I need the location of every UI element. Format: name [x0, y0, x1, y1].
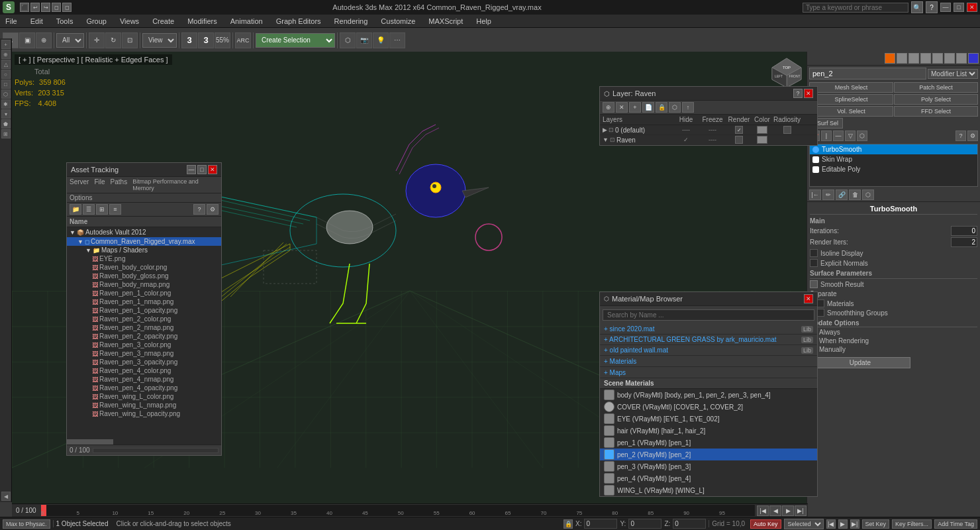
select-filter[interactable]: ⊕: [36, 32, 52, 48]
left-btn-6[interactable]: ⬡: [1, 89, 11, 99]
menu-graph-editors[interactable]: Graph Editors: [273, 17, 324, 25]
asset-file-raven-body-color-png[interactable]: 🖼Raven_body_color.png: [67, 263, 221, 272]
mod-nav-4[interactable]: ⬡: [857, 131, 867, 141]
layer-close-btn[interactable]: ✕: [804, 89, 813, 98]
camera-btn[interactable]: 📷: [356, 32, 372, 48]
swatch-6[interactable]: [944, 53, 955, 64]
menu-edit[interactable]: Edit: [28, 17, 46, 25]
left-btn-8[interactable]: ▾: [1, 109, 11, 119]
max-to-physac-btn[interactable]: Max to Physac.: [3, 519, 50, 529]
swatch-1[interactable]: [885, 53, 895, 64]
spline-select-btn[interactable]: SplineSelect: [809, 94, 893, 105]
title-btn-3[interactable]: ↪: [41, 3, 50, 12]
asset-maxfile-row[interactable]: ▼ ◻ Common_Raven_Rigged_vray.max: [67, 237, 221, 246]
asset-maps-row[interactable]: ▼ 📁 Maps / Shaders: [67, 246, 221, 254]
mat-row-eye[interactable]: EYE (VRayMtl) [EYE_1, EYE_002]: [600, 413, 817, 425]
titlebar-close[interactable]: ✕: [967, 3, 977, 12]
stack-icon-3[interactable]: 🔗: [836, 189, 848, 200]
asset-file-raven-pen-3-color-png[interactable]: 🖼Raven_pen_3_color.png: [67, 341, 221, 349]
help-icon[interactable]: ?: [926, 1, 938, 13]
selected-dropdown[interactable]: Selected: [784, 519, 824, 529]
asset-options-label[interactable]: Options: [70, 194, 92, 201]
prev-key-btn[interactable]: |◀: [826, 519, 836, 529]
mat-row-pen4[interactable]: pen_4 (VRayMtl) [pen_4]: [600, 472, 817, 484]
left-btn-7[interactable]: ✱: [1, 99, 11, 109]
layer-render-raven[interactable]: [735, 136, 743, 144]
asset-file-raven-pen-4-color-png[interactable]: 🖼Raven_pen_4_color.png: [67, 366, 221, 375]
asset-tab-bitmap[interactable]: Bitmap Performance and Memory: [132, 178, 219, 191]
mod-item-editpoly[interactable]: Editable Poly: [810, 164, 977, 174]
layer-tool-2[interactable]: ✕: [616, 102, 628, 113]
smooth-result-checkbox[interactable]: [810, 280, 818, 288]
asset-maximize-btn[interactable]: □: [197, 165, 207, 174]
stack-icon-2[interactable]: ✏: [822, 189, 834, 200]
swatch-5[interactable]: [932, 53, 943, 64]
asset-file-raven-pen-2-nmap-png[interactable]: 🖼Raven_pen_2_nmap.png: [67, 323, 221, 332]
left-btn-2[interactable]: ⊕: [1, 50, 11, 59]
asset-file-eye-png[interactable]: 🖼EYE.png: [67, 254, 221, 263]
layer-radiosity-default[interactable]: [783, 126, 791, 134]
asset-tool-3[interactable]: ⊞: [96, 204, 108, 215]
asset-tool-2[interactable]: ☰: [83, 204, 95, 215]
search-icon[interactable]: 🔍: [911, 1, 923, 13]
menu-file[interactable]: File: [3, 17, 20, 25]
asset-file-raven-pen-4-nmap-png[interactable]: 🖼Raven_pen_4_nmap.png: [67, 375, 221, 384]
layer-tool-6[interactable]: ⬡: [669, 102, 681, 113]
menu-help[interactable]: Help: [473, 17, 494, 25]
menu-group[interactable]: Group: [83, 17, 109, 25]
selection-dropdown[interactable]: Create Selection: [256, 33, 335, 48]
view-dropdown[interactable]: View: [142, 33, 177, 48]
asset-file-raven-pen-2-color-png[interactable]: 🖼Raven_pen_2_color.png: [67, 315, 221, 323]
menu-animation[interactable]: Animation: [228, 17, 266, 25]
title-btn-4[interactable]: ◻: [52, 3, 61, 12]
patch-select-btn[interactable]: Patch Select: [894, 82, 978, 93]
layer-tool-5[interactable]: 🔒: [656, 102, 667, 113]
left-btn-10[interactable]: ⊞: [1, 129, 11, 138]
asset-vault-row[interactable]: ▼ 📦 Autodesk Vault 2012: [67, 227, 221, 237]
mesh-select-btn[interactable]: Mesh Select: [809, 82, 893, 93]
mod-item-skinwrap[interactable]: Skin Wrap: [810, 154, 977, 164]
asset-tab-server[interactable]: Server: [70, 178, 89, 191]
stack-icon-5[interactable]: ⬡: [862, 189, 874, 200]
nav-cube[interactable]: TOP FRONT LEFT: [769, 56, 804, 90]
more-tools-btn[interactable]: ⋯: [389, 32, 405, 48]
mat-row-body[interactable]: body (VRayMtl) [body, pen_1, pen_2, pen_…: [600, 389, 817, 401]
percent-btn[interactable]: 55%: [215, 32, 230, 48]
swatch-4[interactable]: [920, 53, 931, 64]
menu-create[interactable]: Create: [150, 17, 177, 25]
asset-file-raven-wing-l-opacity-png[interactable]: 🖼Raven_wing_L_opacity.png: [67, 409, 221, 418]
timeline-ruler[interactable]: const marks = ["0","5","10","15","20","2…: [40, 504, 756, 517]
light-btn[interactable]: 💡: [373, 32, 389, 48]
mat-row-pen1[interactable]: pen_1 (VRayMtl) [pen_1]: [600, 437, 817, 449]
title-btn-1[interactable]: ⬛: [20, 3, 29, 12]
material-search-input[interactable]: [603, 309, 814, 321]
mat-section-maps[interactable]: + Maps: [600, 367, 817, 378]
menu-customize[interactable]: Customize: [378, 17, 418, 25]
asset-scrollbar[interactable]: [67, 439, 221, 445]
asset-file-raven-pen-1-opacity-png[interactable]: 🖼Raven_pen_1_opacity.png: [67, 306, 221, 315]
left-btn-3[interactable]: △: [1, 60, 11, 69]
render-iters-input[interactable]: [951, 237, 977, 247]
title-btn-5[interactable]: ◻: [62, 3, 72, 12]
asset-file-raven-pen-1-color-png[interactable]: 🖼Raven_pen_1_color.png: [67, 289, 221, 297]
asset-file-raven-pen-1-nmap-png[interactable]: 🖼Raven_pen_1_nmap.png: [67, 297, 221, 306]
titlebar-minimize[interactable]: —: [940, 3, 951, 12]
key-filters-btn[interactable]: Key Filters...: [892, 519, 932, 529]
asset-tool-settings[interactable]: ⚙: [207, 204, 219, 215]
asset-file-raven-pen-2-opacity-png[interactable]: 🖼Raven_pen_2_opacity.png: [67, 332, 221, 341]
num1-btn[interactable]: 3: [181, 32, 197, 48]
layer-render-default[interactable]: ✓: [735, 126, 743, 134]
layer-row-default[interactable]: ▶ ⊡ 0 (default) ---- ---- ✓: [600, 125, 817, 135]
asset-file-raven-wing-l-color-png[interactable]: 🖼Raven_wing_L_color.png: [67, 392, 221, 401]
explicit-checkbox[interactable]: [810, 259, 818, 267]
menu-tools[interactable]: Tools: [54, 17, 76, 25]
mod-nav-5[interactable]: ?: [956, 131, 966, 141]
mat-row-cover[interactable]: COVER (VRayMtl) [COVER_1, COVER_2]: [600, 401, 817, 413]
layer-color-raven[interactable]: [757, 136, 767, 144]
next-key-btn[interactable]: ▶|: [850, 519, 859, 529]
arc-btn[interactable]: ARC: [235, 32, 251, 48]
scale-btn[interactable]: ⊡: [122, 32, 138, 48]
mat-row-pen3[interactable]: pen_3 (VRayMtl) [pen_3]: [600, 460, 817, 472]
modifier-list-dropdown[interactable]: Modifier List: [928, 69, 978, 79]
search-input[interactable]: [803, 3, 908, 13]
